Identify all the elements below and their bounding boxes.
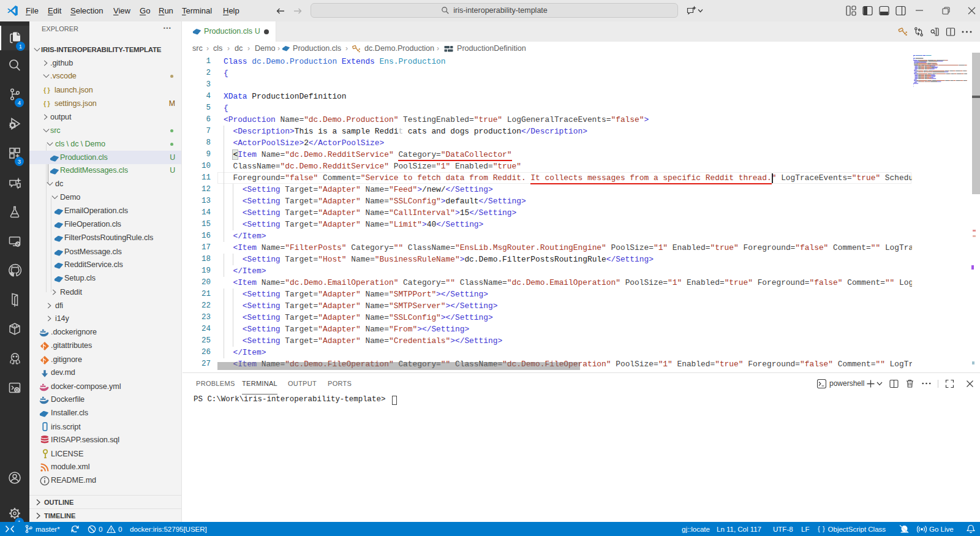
svg-text:{: { [43,86,46,94]
svg-text:}: } [47,86,50,94]
svg-text:}: } [47,100,50,107]
svg-text:{: { [43,100,46,107]
